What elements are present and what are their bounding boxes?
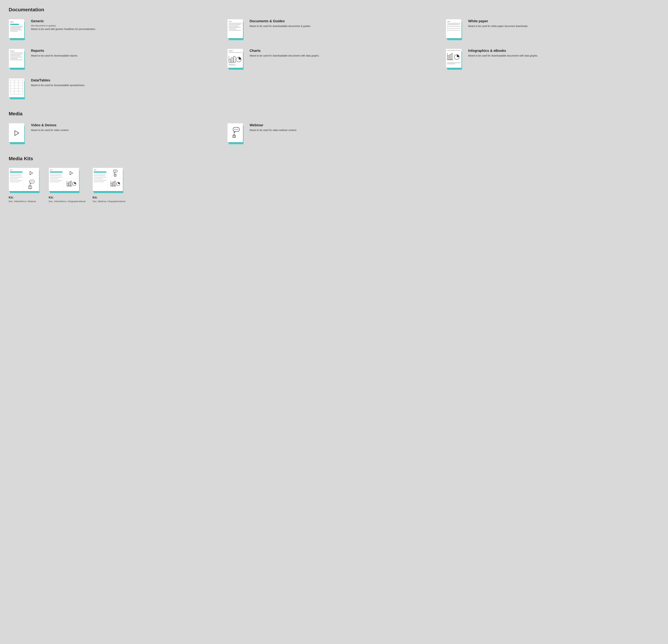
webinar-name: Webinar	[249, 123, 297, 127]
checkbox-icon	[447, 30, 449, 31]
infographic-graphic	[447, 52, 460, 62]
documents-icon: citrix	[227, 19, 246, 42]
play-icon	[69, 171, 74, 175]
svg-point-41	[115, 171, 115, 171]
svg-point-30	[32, 181, 33, 182]
list-item: Webinar Meant to be used for video webin…	[227, 123, 441, 145]
svg-point-23	[237, 129, 238, 130]
infographics-name: Infographics & eBooks	[468, 48, 538, 53]
media-grid: Video & Demos Meant to be used for video…	[9, 123, 659, 145]
generic-name: Generic	[31, 19, 96, 23]
svg-rect-36	[71, 181, 72, 186]
infographics-desc: Meant to be used for downloadable docume…	[468, 54, 538, 58]
svg-rect-6	[447, 56, 449, 60]
documents-desc: Meant to be used for downloadable docume…	[249, 24, 311, 28]
svg-rect-0	[229, 59, 231, 62]
svg-point-43	[116, 171, 116, 171]
svg-rect-7	[449, 55, 451, 60]
svg-rect-46	[111, 183, 112, 186]
kit2-label: Kit: Doc, Video/Demo, Infographic/ebook	[49, 196, 86, 203]
svg-rect-35	[69, 182, 70, 186]
chart-small-icon	[110, 180, 120, 189]
checkbox-icon	[447, 26, 449, 27]
list-item: citrix	[446, 19, 659, 42]
documents-text: Documents & Guides Meant to be used for …	[249, 19, 311, 28]
kit2-name: Kit:	[49, 196, 86, 199]
whitepaper-desc: Meant to be used for white paper documen…	[468, 24, 528, 28]
webinar-icon	[227, 123, 246, 145]
webinar-desc: Meant to be used for video webinar conte…	[249, 128, 297, 132]
kit1-icon: citrix	[9, 168, 42, 194]
reports-desc: Meant to be used for downloadable report…	[31, 54, 78, 58]
kit3-name: Kit:	[93, 196, 125, 199]
charts-text: Charts Meant to be used for downloadable…	[249, 48, 320, 58]
svg-marker-26	[30, 171, 33, 175]
charts-icon: Charts	[227, 48, 246, 71]
kit1-label: Kit: Doc, Video/Demo, Webinar	[9, 196, 36, 203]
media-kits-section: Media Kits citrix	[9, 156, 659, 203]
list-item: citrix Documents & Guides Meant to be us…	[227, 19, 441, 42]
chart-graphic	[229, 54, 242, 63]
list-item: Report Reports Meant to be used for down…	[9, 48, 222, 71]
svg-point-28	[30, 181, 31, 182]
reports-icon: Report	[9, 48, 28, 71]
documentation-title: Documentation	[9, 7, 659, 13]
video-icon	[9, 123, 28, 145]
svg-rect-1	[231, 58, 233, 62]
webinar-icon	[112, 170, 119, 177]
svg-marker-33	[70, 171, 73, 175]
play-icon	[29, 171, 34, 175]
documentation-grid: citrix Generic (No document or guides) M…	[9, 19, 659, 101]
infographics-icon	[446, 48, 465, 71]
list-item: citrix Generic (No document or guides) M…	[9, 19, 222, 42]
generic-text: Generic (No document or guides) Meant to…	[31, 19, 96, 31]
generic-icon: citrix	[9, 19, 28, 42]
svg-point-45	[115, 174, 116, 175]
webinar-text: Webinar Meant to be used for video webin…	[249, 123, 297, 132]
charts-name: Charts	[249, 48, 320, 53]
svg-point-29	[31, 181, 32, 182]
reports-text: Reports Meant to be used for downloadabl…	[31, 48, 78, 58]
kit2-icon: citrix	[49, 168, 82, 194]
whitepaper-name: White paper	[468, 19, 528, 23]
svg-rect-8	[451, 53, 453, 60]
svg-point-42	[115, 171, 116, 171]
kit-item: citrix	[93, 168, 126, 203]
svg-point-22	[236, 129, 237, 130]
svg-rect-34	[67, 183, 68, 186]
svg-point-21	[234, 129, 235, 130]
kit3-label: Kit: Doc, Webinar, Infographic/ebook	[93, 196, 125, 203]
kits-grid: citrix	[9, 168, 659, 203]
media-title: Media	[9, 111, 659, 117]
kit3-icon: citrix	[93, 168, 126, 194]
media-section: Media Video & Demos Meant to be used for…	[9, 111, 659, 145]
datatable-text: Data/Tables Meant to be used for downloa…	[31, 78, 85, 87]
kit1-name: Kit:	[9, 196, 36, 199]
kit-item: citrix	[9, 168, 42, 203]
list-item: Data/Tables Meant to be used for downloa…	[9, 78, 222, 101]
svg-rect-2	[233, 56, 235, 62]
whitepaper-icon: citrix	[446, 19, 465, 42]
documentation-section: Documentation citrix Generic (No docu	[9, 7, 659, 101]
media-kits-title: Media Kits	[9, 156, 659, 162]
checkbox-icon	[447, 28, 449, 29]
svg-marker-19	[15, 131, 19, 136]
video-desc: Meant to be used for video content.	[31, 128, 69, 132]
svg-rect-12	[10, 80, 23, 94]
svg-point-32	[29, 186, 31, 187]
reports-name: Reports	[31, 48, 78, 53]
generic-desc: Meant to be used with generic headlines …	[31, 27, 96, 31]
list-item: Video & Demos Meant to be used for video…	[9, 123, 222, 145]
datatable-desc: Meant to be used for downloadable spread…	[31, 83, 85, 87]
generic-subtitle: (No document or guides)	[31, 24, 96, 27]
webinar-graphic	[230, 127, 240, 139]
webinar-small-icon	[27, 180, 36, 189]
documents-name: Documents & Guides	[249, 19, 311, 23]
datatable-icon	[9, 78, 28, 101]
kit1-desc: Doc, Video/Demo, Webinar	[9, 200, 36, 203]
play-icon	[13, 129, 20, 137]
svg-rect-48	[114, 181, 116, 186]
list-item: Infographics & eBooks Meant to be used f…	[446, 48, 659, 71]
video-name: Video & Demos	[31, 123, 69, 127]
whitepaper-text: White paper Meant to be used for white p…	[468, 19, 528, 28]
